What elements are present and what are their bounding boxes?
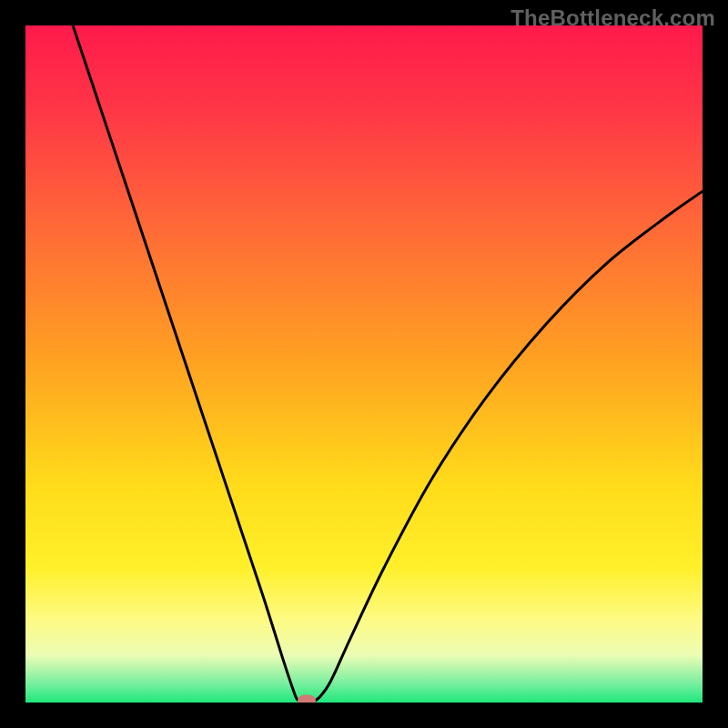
watermark-text: TheBottleneck.com bbox=[511, 5, 715, 31]
plot-area bbox=[25, 25, 703, 703]
bottleneck-curve bbox=[25, 25, 703, 703]
optimal-point-marker bbox=[298, 694, 316, 703]
chart-frame: TheBottleneck.com bbox=[0, 0, 728, 728]
